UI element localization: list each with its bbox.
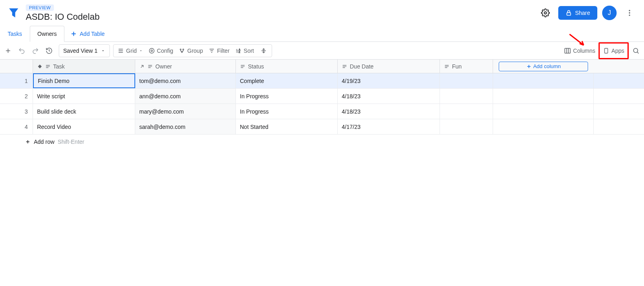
- view-toolbar: Saved View 1 Grid Config Group Filter AZ…: [0, 42, 644, 60]
- cell-task[interactable]: Record Video: [33, 119, 135, 134]
- config-icon: [149, 48, 155, 54]
- column-header-duedate[interactable]: Due Date: [338, 60, 440, 73]
- row-height-button[interactable]: [257, 44, 270, 57]
- column-header-fun[interactable]: Fun: [440, 60, 493, 73]
- svg-point-9: [182, 52, 183, 53]
- history-button[interactable]: [43, 44, 56, 57]
- saved-view-select[interactable]: Saved View 1: [59, 44, 110, 57]
- user-avatar[interactable]: J: [602, 6, 617, 20]
- text-icon: [444, 64, 450, 69]
- table-body: 1Finish Demotom@demo.comComplete4/19/232…: [0, 73, 644, 135]
- add-table-label: Add Table: [80, 31, 105, 37]
- cell-owner[interactable]: tom@demo.com: [135, 73, 236, 88]
- cell-fun[interactable]: [440, 89, 493, 104]
- settings-button[interactable]: [537, 5, 553, 21]
- table-header-row: Task Owner Status Due Date Fun Add colum…: [0, 60, 644, 73]
- table-row[interactable]: 3Build slide deckmary@demo.comIn Progres…: [0, 104, 644, 119]
- saved-view-label: Saved View 1: [63, 48, 97, 54]
- column-header-status[interactable]: Status: [236, 60, 338, 73]
- text-icon: [45, 64, 51, 69]
- svg-text:Z: Z: [239, 51, 241, 53]
- text-icon: [342, 64, 347, 69]
- more-menu-button[interactable]: [621, 5, 638, 21]
- row-number: 2: [0, 89, 33, 104]
- svg-point-7: [180, 49, 182, 50]
- config-button[interactable]: Config: [146, 44, 175, 57]
- svg-point-0: [544, 12, 547, 14]
- plus-icon: [526, 64, 532, 69]
- apps-button[interactable]: Apps: [601, 44, 627, 57]
- cell-task[interactable]: Write script: [33, 89, 135, 104]
- add-row-button[interactable]: Add row Shift-Enter: [0, 135, 644, 149]
- cell-fun[interactable]: [440, 119, 493, 134]
- svg-point-14: [634, 48, 638, 53]
- gear-icon: [541, 8, 550, 17]
- cell-duedate[interactable]: 4/18/23: [338, 104, 440, 119]
- app-logo: [6, 6, 21, 20]
- columns-button[interactable]: Columns: [561, 44, 598, 57]
- cell-fun[interactable]: [440, 73, 493, 88]
- column-header-task[interactable]: Task: [33, 60, 135, 73]
- cell-duedate[interactable]: 4/19/23: [338, 73, 440, 88]
- add-button[interactable]: [2, 44, 14, 57]
- add-table-button[interactable]: Add Table: [64, 30, 110, 37]
- tab-owners[interactable]: Owners: [30, 26, 64, 42]
- app-header: PREVIEW ASDB: IO Codelab Share J: [0, 0, 644, 26]
- add-column-button[interactable]: Add column: [499, 62, 588, 71]
- add-row-hint: Shift-Enter: [58, 139, 84, 145]
- cell-duedate[interactable]: 4/18/23: [338, 89, 440, 104]
- table-row[interactable]: 4Record Videosarah@demo.comNot Started4/…: [0, 119, 644, 135]
- sort-icon: AZ: [235, 48, 242, 54]
- sort-button[interactable]: AZ Sort: [233, 44, 256, 57]
- share-label: Share: [575, 10, 590, 16]
- cell-status[interactable]: In Progress: [236, 104, 338, 119]
- group-button[interactable]: Group: [176, 44, 205, 57]
- list-icon: [118, 48, 124, 54]
- grid-view-button[interactable]: Grid: [115, 44, 145, 57]
- search-button[interactable]: [630, 44, 642, 57]
- undo-button[interactable]: [15, 44, 28, 57]
- filter-button[interactable]: Filter: [206, 44, 232, 57]
- toolbar-group: Grid Config Group Filter AZ Sort: [113, 44, 272, 57]
- cell-fun[interactable]: [440, 104, 493, 119]
- share-button[interactable]: Share: [558, 6, 597, 20]
- table-row[interactable]: 2Write scriptann@demo.comIn Progress4/18…: [0, 89, 644, 104]
- chevron-down-icon: [139, 49, 143, 53]
- filter-icon: [208, 48, 215, 54]
- undo-icon: [18, 47, 25, 54]
- columns-icon: [564, 47, 571, 54]
- cell-owner[interactable]: sarah@demo.com: [135, 119, 236, 134]
- group-icon: [179, 48, 185, 54]
- text-icon: [147, 64, 153, 69]
- cell-status[interactable]: In Progress: [236, 89, 338, 104]
- redo-button[interactable]: [29, 44, 42, 57]
- cell-task[interactable]: Finish Demo: [33, 73, 135, 88]
- table-row[interactable]: 1Finish Demotom@demo.comComplete4/19/23: [0, 73, 644, 89]
- cell-duedate[interactable]: 4/17/23: [338, 119, 440, 134]
- tab-tasks[interactable]: Tasks: [0, 26, 30, 42]
- annotation-highlight: Apps: [599, 42, 629, 59]
- row-number-header: [0, 60, 33, 73]
- svg-point-6: [149, 48, 154, 53]
- cell-empty: [493, 104, 594, 119]
- svg-rect-12: [565, 48, 570, 53]
- cell-status[interactable]: Complete: [236, 73, 338, 88]
- row-number: 1: [0, 73, 33, 88]
- row-height-icon: [260, 48, 267, 54]
- cell-owner[interactable]: mary@demo.com: [135, 104, 236, 119]
- preview-badge: PREVIEW: [26, 4, 54, 11]
- header-actions: Share J: [537, 5, 638, 21]
- cell-empty: [493, 89, 594, 104]
- more-vertical-icon: [625, 9, 634, 17]
- page-title[interactable]: ASDB: IO Codelab: [26, 12, 99, 22]
- svg-text:A: A: [239, 48, 241, 50]
- svg-rect-13: [605, 48, 608, 53]
- svg-rect-1: [567, 12, 570, 15]
- key-icon: [37, 64, 43, 69]
- column-header-owner[interactable]: Owner: [135, 60, 236, 73]
- search-icon: [632, 47, 640, 54]
- cell-owner[interactable]: ann@demo.com: [135, 89, 236, 104]
- cell-task[interactable]: Build slide deck: [33, 104, 135, 119]
- device-icon: [603, 47, 609, 54]
- cell-status[interactable]: Not Started: [236, 119, 338, 134]
